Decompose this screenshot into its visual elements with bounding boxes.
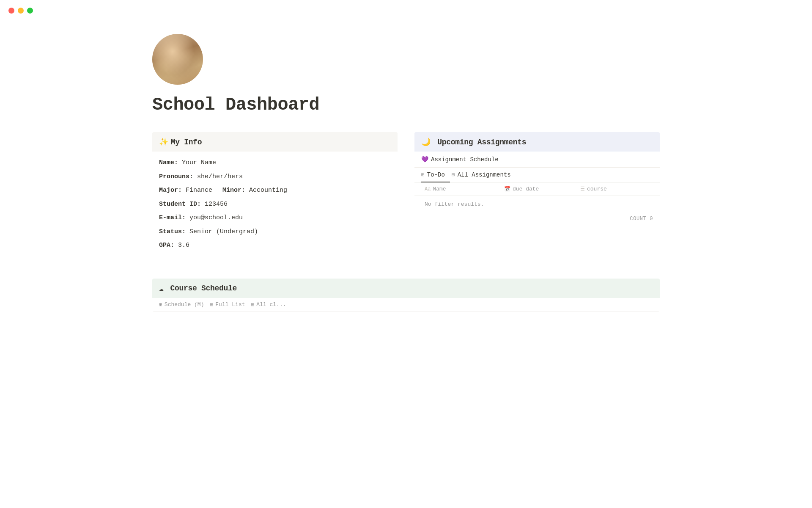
purple-heart-icon: 💜 — [421, 156, 428, 163]
course-tab-schedule[interactable]: ⊞ Schedule (M) — [159, 298, 208, 312]
no-results-text: No filter results. — [414, 196, 660, 213]
major-value: Finance — [186, 187, 212, 194]
info-status-row: Status: Senior (Undergrad) — [159, 227, 391, 237]
assignment-tabs: ⊞ To-Do ⊞ All Assignments — [414, 168, 660, 182]
count-value: 0 — [650, 216, 653, 222]
my-info-title: My Info — [171, 138, 202, 146]
assignments-body: 💜 Assignment Schedule ⊞ To-Do ⊞ All Assi… — [414, 152, 660, 225]
course-tab-full-list-label: Full List — [215, 301, 245, 308]
assignments-title: Upcoming Assignments — [437, 138, 526, 146]
assignments-table: Aa Name 📅 due date ☰ course No — [414, 182, 660, 225]
minor-label: Minor: — [222, 187, 245, 194]
assignments-emoji: 🌙 — [421, 138, 431, 146]
course-schedule-section: ☁️ Course Schedule ⊞ Schedule (M) ⊞ Full… — [152, 279, 660, 312]
course-schedule-tabs: ⊞ Schedule (M) ⊞ Full List ⊞ All cl... — [152, 298, 660, 312]
main-content: School Dashboard ✨My Info Name: Your Nam… — [110, 0, 702, 337]
course-tab-all-label: All cl... — [256, 301, 286, 308]
pronouns-label: Pronouns: — [159, 173, 193, 180]
tab-all-icon: ⊞ — [452, 171, 455, 178]
info-pronouns-row: Pronouns: she/her/hers — [159, 172, 391, 182]
avatar-container — [152, 34, 660, 85]
count-row: COUNT 0 — [414, 213, 660, 225]
tab-all-label: All Assignments — [458, 171, 511, 178]
name-label: Name: — [159, 159, 178, 166]
assignment-schedule-text: Assignment Schedule — [431, 156, 499, 163]
col-course-label: course — [587, 186, 607, 192]
avatar — [152, 34, 203, 85]
tab-todo-label: To-Do — [427, 171, 445, 178]
course-schedule-header: ☁️ Course Schedule — [152, 279, 660, 298]
traffic-light-green[interactable] — [27, 8, 33, 14]
course-tab-full-list[interactable]: ⊞ Full List — [210, 298, 249, 312]
course-tab-all-icon: ⊞ — [251, 301, 255, 308]
my-info-section: ✨My Info Name: Your Name Pronouns: she/h… — [152, 132, 398, 262]
status-value: Senior (Undergrad) — [189, 228, 258, 235]
info-major-minor-row: Major: Finance Minor: Accounting — [159, 186, 391, 196]
avatar-image — [152, 34, 203, 85]
minor-value: Accounting — [249, 187, 287, 194]
traffic-light-red[interactable] — [8, 8, 14, 14]
info-student-id-row: Student ID: 123456 — [159, 200, 391, 210]
course-tab-full-list-icon: ⊞ — [210, 301, 213, 308]
course-tab-schedule-label: Schedule (M) — [165, 301, 204, 308]
info-name-row: Name: Your Name — [159, 158, 391, 168]
col-due-date-label: due date — [513, 186, 539, 192]
tab-all-assignments[interactable]: ⊞ All Assignments — [452, 168, 516, 182]
col-course: ☰ course — [577, 182, 653, 196]
major-group: Major: Finance — [159, 186, 212, 196]
col-due-date: 📅 due date — [501, 182, 577, 196]
traffic-lights — [0, 0, 41, 21]
student-id-label: Student ID: — [159, 201, 201, 208]
course-tab-schedule-icon: ⊞ — [159, 301, 162, 308]
two-col-layout: ✨My Info Name: Your Name Pronouns: she/h… — [152, 132, 660, 262]
gpa-value: 3.6 — [178, 242, 189, 249]
name-value: Your Name — [182, 159, 216, 166]
my-info-header: ✨My Info — [152, 132, 398, 152]
info-gpa-row: GPA: 3.6 — [159, 241, 391, 251]
my-info-emoji: ✨ — [159, 138, 168, 146]
major-label: Major: — [159, 187, 182, 194]
count-label: COUNT — [630, 216, 646, 222]
course-schedule-title: Course Schedule — [170, 284, 237, 293]
traffic-light-yellow[interactable] — [18, 8, 24, 14]
email-value: you@school.edu — [189, 214, 243, 221]
student-id-value: 123456 — [205, 201, 228, 208]
assignments-header: 🌙 Upcoming Assignments — [414, 132, 660, 152]
course-schedule-emoji: ☁️ — [159, 284, 164, 293]
pronouns-value: she/her/hers — [197, 173, 243, 180]
table-header: Aa Name 📅 due date ☰ course — [414, 182, 660, 196]
minor-group: Minor: Accounting — [222, 186, 287, 196]
col-name: Aa Name — [421, 182, 501, 196]
upcoming-assignments-section: 🌙 Upcoming Assignments 💜 Assignment Sche… — [414, 132, 660, 262]
course-tab-all[interactable]: ⊞ All cl... — [251, 298, 291, 312]
col-due-date-icon: 📅 — [504, 186, 510, 192]
my-info-body: Name: Your Name Pronouns: she/her/hers M… — [152, 152, 398, 262]
info-email-row: E-mail: you@school.edu — [159, 213, 391, 223]
tab-todo[interactable]: ⊞ To-Do — [421, 168, 450, 182]
tab-todo-icon: ⊞ — [421, 171, 425, 178]
col-name-label: Name — [433, 186, 446, 192]
col-name-icon: Aa — [425, 186, 431, 192]
assignment-schedule-link[interactable]: 💜 Assignment Schedule — [414, 152, 660, 168]
status-label: Status: — [159, 228, 186, 235]
page-title: School Dashboard — [152, 95, 660, 115]
gpa-label: GPA: — [159, 242, 174, 249]
email-label: E-mail: — [159, 214, 186, 221]
col-course-icon: ☰ — [580, 186, 585, 192]
